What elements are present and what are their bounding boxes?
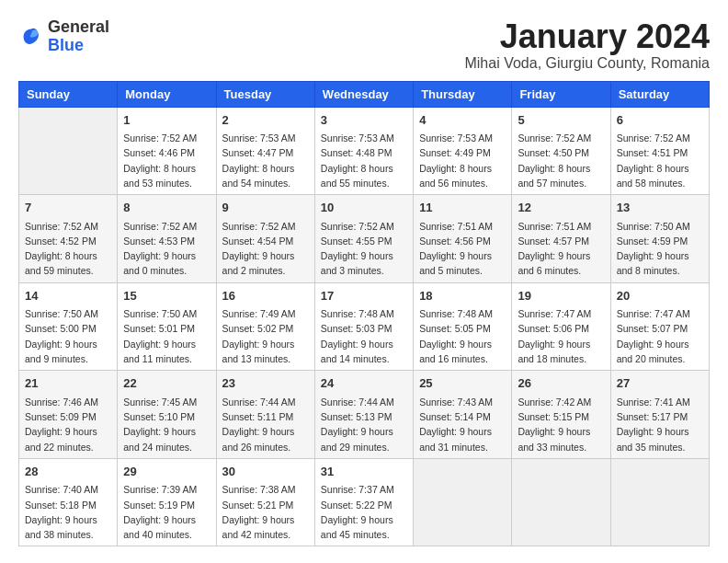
day-info: Sunrise: 7:37 AM Sunset: 5:22 PM Dayligh… [321,482,407,542]
weekday-header-cell: Sunday [19,81,118,107]
calendar-day-cell: 20Sunrise: 7:47 AM Sunset: 5:07 PM Dayli… [610,282,709,371]
day-info: Sunrise: 7:52 AM Sunset: 4:52 PM Dayligh… [25,219,111,279]
day-info: Sunrise: 7:47 AM Sunset: 5:07 PM Dayligh… [617,306,703,366]
calendar-day-cell: 28Sunrise: 7:40 AM Sunset: 5:18 PM Dayli… [19,458,118,546]
calendar-day-cell: 7Sunrise: 7:52 AM Sunset: 4:52 PM Daylig… [19,195,118,283]
day-number: 31 [321,463,407,481]
day-number: 26 [518,374,604,393]
day-info: Sunrise: 7:52 AM Sunset: 4:53 PM Dayligh… [123,219,210,279]
day-number: 9 [222,199,309,217]
weekday-header-cell: Tuesday [216,81,314,107]
day-info: Sunrise: 7:53 AM Sunset: 4:47 PM Dayligh… [222,131,309,190]
day-number: 6 [617,111,703,130]
day-info: Sunrise: 7:44 AM Sunset: 5:13 PM Dayligh… [321,395,407,454]
calendar-week-row: 7Sunrise: 7:52 AM Sunset: 4:52 PM Daylig… [19,195,710,283]
day-number: 5 [518,111,604,130]
day-number: 14 [25,287,111,305]
weekday-header-cell: Monday [118,81,216,107]
day-number: 8 [123,199,210,217]
calendar-day-cell: 3Sunrise: 7:53 AM Sunset: 4:48 PM Daylig… [314,107,413,195]
day-info: Sunrise: 7:50 AM Sunset: 5:01 PM Dayligh… [123,306,210,366]
calendar-week-row: 21Sunrise: 7:46 AM Sunset: 5:09 PM Dayli… [19,371,710,459]
title-section: January 2024 Mihai Voda, Giurgiu County,… [464,18,710,72]
day-info: Sunrise: 7:53 AM Sunset: 4:48 PM Dayligh… [321,131,407,190]
calendar-day-cell: 1Sunrise: 7:52 AM Sunset: 4:46 PM Daylig… [118,107,216,195]
calendar-day-cell [414,458,512,546]
calendar-day-cell: 15Sunrise: 7:50 AM Sunset: 5:01 PM Dayli… [118,282,216,371]
calendar-day-cell: 31Sunrise: 7:37 AM Sunset: 5:22 PM Dayli… [314,458,413,546]
day-info: Sunrise: 7:48 AM Sunset: 5:03 PM Dayligh… [321,306,407,366]
day-info: Sunrise: 7:41 AM Sunset: 5:17 PM Dayligh… [617,395,703,454]
day-number: 16 [222,287,309,305]
weekday-header-cell: Thursday [414,81,512,107]
day-number: 4 [419,111,506,130]
day-info: Sunrise: 7:40 AM Sunset: 5:18 PM Dayligh… [25,482,111,542]
calendar-day-cell [19,107,118,195]
day-number: 13 [617,199,703,217]
day-info: Sunrise: 7:38 AM Sunset: 5:21 PM Dayligh… [222,482,309,542]
day-number: 1 [123,111,210,130]
day-info: Sunrise: 7:52 AM Sunset: 4:51 PM Dayligh… [617,131,703,190]
day-number: 23 [222,374,309,393]
day-info: Sunrise: 7:49 AM Sunset: 5:02 PM Dayligh… [222,306,309,366]
weekday-header-cell: Friday [512,81,610,107]
calendar-day-cell: 27Sunrise: 7:41 AM Sunset: 5:17 PM Dayli… [610,371,709,459]
calendar-day-cell: 17Sunrise: 7:48 AM Sunset: 5:03 PM Dayli… [314,282,413,371]
calendar-day-cell: 19Sunrise: 7:47 AM Sunset: 5:06 PM Dayli… [512,282,610,371]
calendar-body: 1Sunrise: 7:52 AM Sunset: 4:46 PM Daylig… [19,107,710,546]
day-number: 11 [419,199,506,217]
day-info: Sunrise: 7:48 AM Sunset: 5:05 PM Dayligh… [419,306,506,366]
calendar-day-cell: 5Sunrise: 7:52 AM Sunset: 4:50 PM Daylig… [512,107,610,195]
day-number: 15 [123,287,210,305]
day-number: 18 [419,287,506,305]
day-info: Sunrise: 7:51 AM Sunset: 4:56 PM Dayligh… [419,219,506,279]
day-info: Sunrise: 7:52 AM Sunset: 4:55 PM Dayligh… [321,219,407,279]
day-info: Sunrise: 7:39 AM Sunset: 5:19 PM Dayligh… [123,482,210,542]
day-number: 27 [617,374,703,393]
day-number: 28 [25,463,111,481]
calendar-day-cell: 8Sunrise: 7:52 AM Sunset: 4:53 PM Daylig… [118,195,216,283]
calendar-day-cell: 29Sunrise: 7:39 AM Sunset: 5:19 PM Dayli… [118,458,216,546]
calendar-day-cell: 22Sunrise: 7:45 AM Sunset: 5:10 PM Dayli… [118,371,216,459]
calendar-table: SundayMondayTuesdayWednesdayThursdayFrid… [18,81,710,547]
weekday-header-cell: Wednesday [314,81,413,107]
day-number: 3 [321,111,407,130]
day-number: 12 [518,199,604,217]
calendar-day-cell: 21Sunrise: 7:46 AM Sunset: 5:09 PM Dayli… [19,371,118,459]
calendar-day-cell: 4Sunrise: 7:53 AM Sunset: 4:49 PM Daylig… [414,107,512,195]
calendar-day-cell: 23Sunrise: 7:44 AM Sunset: 5:11 PM Dayli… [216,371,314,459]
logo-text: General Blue [48,18,109,55]
calendar-day-cell: 18Sunrise: 7:48 AM Sunset: 5:05 PM Dayli… [414,282,512,371]
logo-line1: General [48,18,109,37]
day-info: Sunrise: 7:52 AM Sunset: 4:54 PM Dayligh… [222,219,309,279]
calendar-day-cell: 16Sunrise: 7:49 AM Sunset: 5:02 PM Dayli… [216,282,314,371]
day-number: 19 [518,287,604,305]
calendar-day-cell: 10Sunrise: 7:52 AM Sunset: 4:55 PM Dayli… [314,195,413,283]
day-info: Sunrise: 7:45 AM Sunset: 5:10 PM Dayligh… [123,395,210,454]
day-number: 24 [321,374,407,393]
day-info: Sunrise: 7:53 AM Sunset: 4:49 PM Dayligh… [419,131,506,190]
day-number: 2 [222,111,309,130]
calendar-week-row: 1Sunrise: 7:52 AM Sunset: 4:46 PM Daylig… [19,107,710,195]
day-number: 21 [25,374,111,393]
calendar-title: January 2024 [464,18,710,55]
day-info: Sunrise: 7:50 AM Sunset: 5:00 PM Dayligh… [25,306,111,366]
day-number: 7 [25,199,111,217]
calendar-day-cell: 11Sunrise: 7:51 AM Sunset: 4:56 PM Dayli… [414,195,512,283]
calendar-day-cell: 25Sunrise: 7:43 AM Sunset: 5:14 PM Dayli… [414,371,512,459]
day-number: 22 [123,374,210,393]
page-header: General Blue January 2024 Mihai Voda, Gi… [18,18,710,72]
day-number: 10 [321,199,407,217]
day-number: 20 [617,287,703,305]
day-info: Sunrise: 7:51 AM Sunset: 4:57 PM Dayligh… [518,219,604,279]
calendar-day-cell: 24Sunrise: 7:44 AM Sunset: 5:13 PM Dayli… [314,371,413,459]
logo-icon [18,24,44,50]
calendar-day-cell: 9Sunrise: 7:52 AM Sunset: 4:54 PM Daylig… [216,195,314,283]
calendar-day-cell: 30Sunrise: 7:38 AM Sunset: 5:21 PM Dayli… [216,458,314,546]
calendar-day-cell: 6Sunrise: 7:52 AM Sunset: 4:51 PM Daylig… [610,107,709,195]
day-info: Sunrise: 7:52 AM Sunset: 4:50 PM Dayligh… [518,131,604,190]
day-info: Sunrise: 7:42 AM Sunset: 5:15 PM Dayligh… [518,395,604,454]
logo-line2: Blue [48,37,109,55]
logo: General Blue [18,18,109,55]
day-number: 25 [419,374,506,393]
